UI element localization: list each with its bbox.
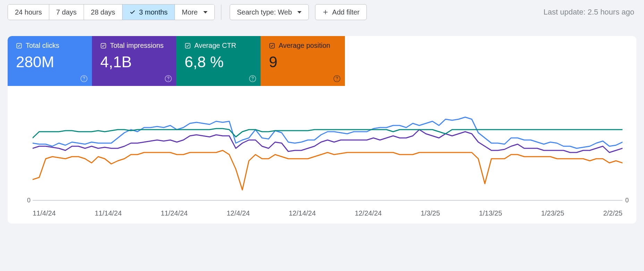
check-icon [129,9,136,15]
card-ctr-value: 6,8 % [185,54,254,70]
series-total-clicks [33,117,622,148]
toolbar: 24 hours 7 days 28 days 3 months More Se… [0,0,644,24]
range-3m[interactable]: 3 months [122,5,175,20]
x-tick: 12/24/24 [355,209,382,217]
checkbox-checked-icon [185,43,191,49]
svg-point-8 [252,80,253,80]
series-average-position [33,150,622,190]
card-position-value: 9 [269,54,339,70]
svg-point-5 [168,80,169,80]
range-7d[interactable]: 7 days [49,5,84,20]
svg-point-2 [84,80,84,80]
card-total-impressions[interactable]: Total impressions 4,1B [92,36,176,86]
card-impressions-label: Total impressions [110,42,164,50]
add-filter-label: Add filter [332,8,359,16]
performance-panel: Total clicks 280M Total impressions 4,1B… [8,36,636,224]
y-axis-zero-left: 0 [27,197,31,204]
card-average-ctr[interactable]: Average CTR 6,8 % [176,36,261,86]
checkbox-checked-icon [100,43,107,49]
last-update-text: Last update: 2.5 hours ago [543,8,636,17]
chevron-down-icon [297,11,302,14]
chart-area: 0 0 11/4/2411/14/2411/24/2412/4/2412/14/… [8,86,636,224]
help-icon[interactable] [80,75,88,82]
x-tick: 12/14/24 [289,209,316,217]
search-type-dropdown[interactable]: Search type: Web [230,4,309,20]
checkbox-checked-icon [269,43,275,49]
range-24h[interactable]: 24 hours [8,5,49,20]
add-filter-button[interactable]: Add filter [315,4,367,20]
help-icon[interactable] [249,75,256,82]
range-24h-label: 24 hours [15,8,42,16]
range-3m-label: 3 months [139,8,168,16]
x-tick: 1/13/25 [479,209,502,217]
x-tick: 2/2/25 [603,209,622,217]
card-impressions-value: 4,1B [100,54,170,70]
range-28d[interactable]: 28 days [84,5,122,20]
x-tick: 1/23/25 [541,209,564,217]
card-position-label: Average position [279,42,330,50]
card-total-clicks[interactable]: Total clicks 280M [8,36,92,86]
x-axis-ticks: 11/4/2411/14/2411/24/2412/4/2412/14/2412… [33,207,622,224]
date-range-group: 24 hours 7 days 28 days 3 months More [8,4,215,20]
checkbox-checked-icon [16,43,22,49]
card-clicks-label: Total clicks [26,42,59,50]
x-tick: 12/4/24 [227,209,250,217]
svg-point-11 [337,80,337,80]
chevron-down-icon [203,11,207,14]
series-average-ctr [33,129,622,138]
card-average-position[interactable]: Average position 9 [261,36,345,86]
x-tick: 1/3/25 [421,209,440,217]
help-icon[interactable] [333,75,341,82]
search-type-label: Search type: Web [237,8,292,16]
help-icon[interactable] [164,75,172,82]
toolbar-divider [221,5,221,20]
x-tick: 11/14/24 [95,209,122,217]
x-tick: 11/24/24 [161,209,188,217]
y-axis-zero-right: 0 [625,197,629,204]
card-clicks-value: 280M [16,54,86,70]
performance-line-chart [33,96,622,207]
range-7d-label: 7 days [56,8,77,16]
x-tick: 11/4/24 [33,209,56,217]
range-more-label: More [182,8,198,16]
range-more[interactable]: More [175,5,214,20]
range-28d-label: 28 days [91,8,115,16]
plus-icon [322,9,329,15]
metric-cards: Total clicks 280M Total impressions 4,1B… [8,36,636,86]
card-ctr-label: Average CTR [194,42,236,50]
